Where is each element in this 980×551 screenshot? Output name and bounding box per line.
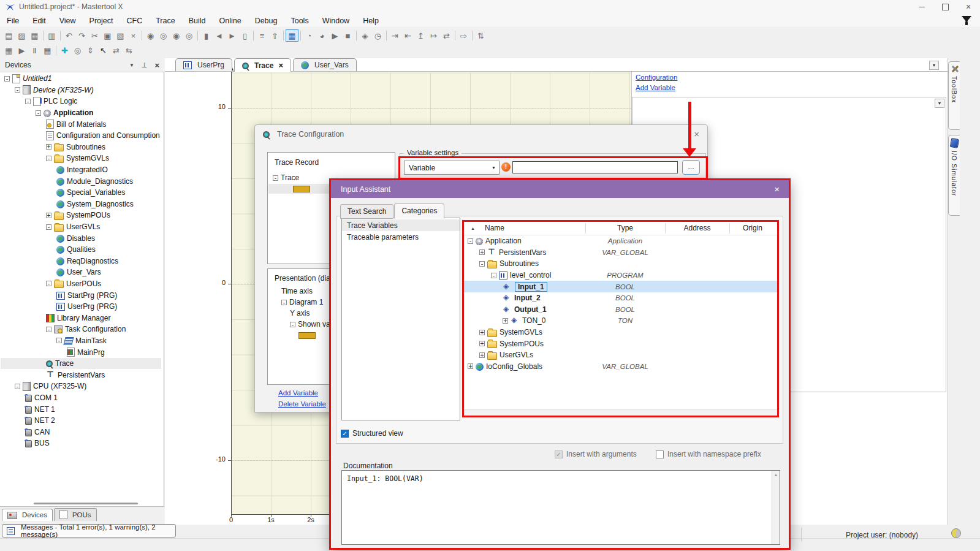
toggle-bookmark-icon[interactable]: ▮ [200, 29, 213, 42]
documentation-scrollbar[interactable]: ▲ [772, 471, 780, 544]
expand-toggle[interactable]: - [15, 87, 20, 93]
menu-item-file[interactable]: File [0, 15, 26, 27]
print-icon[interactable]: ▥ [45, 29, 58, 42]
table-header[interactable]: ▲ Name Type Address Origin [464, 222, 777, 235]
tree-item-net-2[interactable]: NET 2 [1, 415, 161, 427]
menu-item-project[interactable]: Project [83, 15, 120, 27]
table-horizontal-scrollbar[interactable] [464, 409, 777, 416]
open-file-icon[interactable]: ▨ [15, 29, 28, 42]
login-icon[interactable]: ◔ [303, 29, 316, 42]
table-row-output-1[interactable]: Output_1BOOL [464, 304, 777, 316]
table-row-persistentvars[interactable]: +PersistentVarsVAR_GLOBAL [464, 247, 777, 259]
expand-toggle[interactable]: + [46, 213, 51, 218]
tab-text-search[interactable]: Text Search [340, 204, 393, 219]
tree-item-userpous[interactable]: -UserPOUs [1, 278, 161, 290]
compress-vertical-icon[interactable]: ⇆ [123, 45, 135, 57]
trace-configuration-titlebar[interactable]: Trace Configuration × [255, 125, 707, 143]
tree-item-trace[interactable]: Trace [1, 358, 161, 370]
maximize-button[interactable] [933, 0, 957, 13]
tree-item-application[interactable]: -Application [1, 107, 161, 119]
tab-categories[interactable]: Categories [394, 203, 444, 219]
tree-item-cpu-xf325-w[interactable]: -CPU (XF325-W) [1, 381, 161, 392]
tree-item-reqdiagnostics[interactable]: ReqDiagnostics [1, 256, 161, 267]
expand-toggle[interactable]: - [46, 224, 51, 230]
table-row-input-2[interactable]: Input_2BOOL [464, 292, 777, 304]
run-to-cursor-icon[interactable]: ↦ [427, 29, 440, 42]
column-header-address[interactable]: Address [665, 224, 729, 232]
tree-item-userprg-prg[interactable]: UserPrg (PRG) [1, 301, 161, 313]
sort-ascending-icon[interactable]: ▲ [471, 226, 475, 230]
minimize-button[interactable] [910, 0, 933, 13]
cut-icon[interactable]: ✂ [88, 29, 101, 42]
cursor-crosshair-icon[interactable]: ✚ [58, 45, 71, 57]
tree-item-untitled1[interactable]: -Untitled1 [1, 73, 161, 85]
table-row-systemgvls[interactable]: +SystemGVLs [464, 327, 777, 338]
expand-toggle[interactable]: + [479, 330, 485, 335]
editor-tab-user-vars[interactable]: User_Vars [293, 58, 357, 71]
menu-item-tools[interactable]: Tools [284, 15, 315, 27]
table-row-usergvls[interactable]: +UserGVLs [464, 349, 777, 361]
watch-grid-icon[interactable]: ▦ [286, 29, 298, 42]
tree-item-disables[interactable]: Disables [1, 232, 161, 244]
step-out-icon[interactable]: ↥ [414, 29, 427, 42]
tree-item-systemgvls[interactable]: -SystemGVLs [1, 153, 161, 164]
column-divider[interactable] [665, 223, 666, 234]
trace-settings-icon[interactable]: ▦ [2, 45, 15, 57]
expand-toggle[interactable]: - [273, 175, 278, 181]
panel-tab-pous[interactable]: POUs [54, 508, 97, 521]
user-globe-icon[interactable] [951, 528, 961, 538]
expand-toggle[interactable]: - [479, 261, 485, 267]
refresh-icon[interactable]: ⇅ [474, 29, 487, 42]
tree-item-startprg-prg[interactable]: StartPrg (PRG) [1, 289, 161, 301]
close-panel-icon[interactable]: × [154, 61, 159, 70]
undo-icon[interactable]: ↶ [63, 29, 75, 42]
redo-icon[interactable]: ↷ [75, 29, 88, 42]
expand-toggle[interactable]: + [479, 249, 485, 255]
tree-item-persistentvars[interactable]: PersistentVars [1, 369, 161, 381]
autofit-y-icon[interactable]: ⇕ [84, 45, 97, 57]
expand-toggle[interactable]: - [4, 76, 10, 82]
tree-item-special-variables[interactable]: Special_Variables [1, 187, 161, 199]
tree-item-integratedio[interactable]: IntegratedIO [1, 164, 161, 176]
insert-with-namespace-option[interactable]: Insert with namespace prefix [656, 450, 761, 458]
close-button[interactable]: × [957, 0, 980, 13]
expand-toggle[interactable]: - [290, 322, 295, 327]
tree-item-library-manager[interactable]: Library Manager [1, 312, 161, 324]
expand-toggle[interactable]: + [503, 318, 508, 324]
menu-item-view[interactable]: View [53, 15, 83, 27]
step-into-icon[interactable]: ⇤ [401, 29, 414, 42]
step-over-icon[interactable]: ⇥ [389, 29, 401, 42]
menu-item-online[interactable]: Online [212, 15, 248, 27]
expand-toggle[interactable]: - [46, 327, 51, 332]
category-trace-variables[interactable]: Trace Variables [342, 219, 460, 231]
replace-in-project-icon[interactable]: ◎ [183, 29, 196, 42]
compress-horizontal-icon[interactable]: ⇄ [110, 45, 123, 57]
tree-item-bill-of-materials[interactable]: Bill of Materials [1, 118, 161, 130]
column-divider[interactable] [585, 223, 586, 234]
save-icon[interactable]: ▦ [28, 29, 41, 42]
side-tab-toolbox[interactable]: ToolBox [948, 61, 960, 130]
stop-icon[interactable]: ■ [341, 29, 354, 42]
tree-item-configuration-and-consumption[interactable]: Configuration and Consumption [1, 130, 161, 142]
find-in-project-icon[interactable]: ◉ [170, 29, 183, 42]
table-row-systempous[interactable]: +SystemPOUs [464, 338, 777, 349]
trace-grid-icon[interactable]: ▦ [41, 45, 54, 57]
structured-view-checkbox[interactable]: ✓ [341, 430, 349, 438]
tree-item-net-1[interactable]: NET 1 [1, 403, 161, 415]
zoom-range-icon[interactable]: ◎ [71, 45, 84, 57]
add-variable-link[interactable]: Add Variable [278, 389, 318, 397]
table-row-ton-0[interactable]: +TON_0TON [464, 315, 777, 327]
tree-item-systempous[interactable]: +SystemPOUs [1, 210, 161, 221]
mouse-pointer-icon[interactable]: ↖ [97, 45, 110, 57]
previous-bookmark-icon[interactable]: ◄ [213, 29, 226, 42]
menu-item-help[interactable]: Help [356, 15, 386, 27]
tree-item-com-1[interactable]: COM 1 [1, 392, 161, 404]
expand-toggle[interactable]: + [468, 363, 473, 369]
tree-item-maintask[interactable]: -MainTask [1, 335, 161, 347]
pin-icon[interactable]: ⊥ [142, 61, 148, 69]
table-row-subroutines[interactable]: -Subroutines [464, 258, 777, 270]
new-file-icon[interactable]: ▤ [2, 29, 15, 42]
delete-variable-link[interactable]: Delete Variable [278, 400, 326, 408]
editor-tab-trace[interactable]: Trace× [234, 58, 291, 72]
table-row-level-control[interactable]: -level_controlPROGRAM [464, 270, 777, 281]
